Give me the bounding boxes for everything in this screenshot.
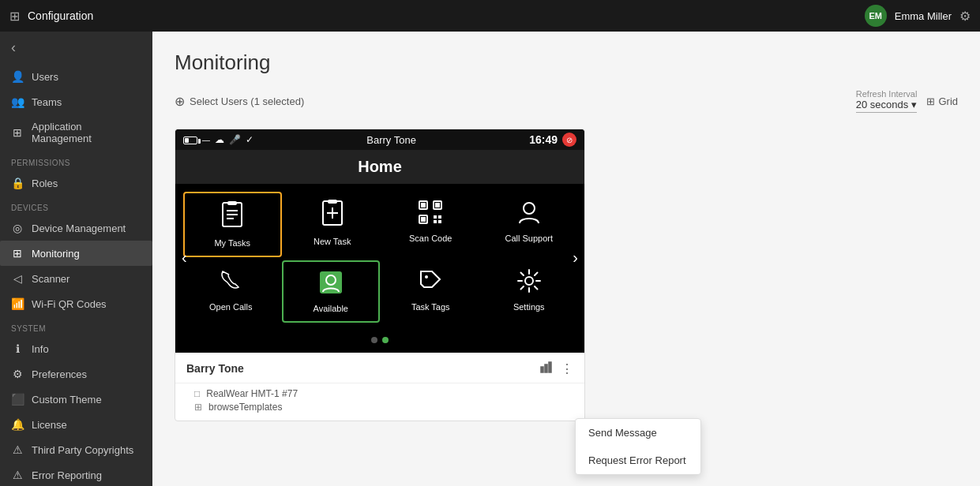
refresh-interval-dropdown[interactable]: 20 seconds ▾ [856,99,918,113]
status-indicator: ⊘ [562,133,576,147]
call-support-label: Call Support [505,234,553,243]
svg-rect-13 [435,203,440,207]
sidebar-item-application-management[interactable]: ⊞ Application Management [0,114,152,151]
apps-row-2: Open Calls Available [175,260,584,323]
topbar: ⊞ Configuration EM Emma Miller ⚙ [0,0,980,32]
new-task-icon [320,200,345,234]
content-area: Monitoring ⊕ Select Users (1 selected) R… [152,32,980,486]
my-tasks-icon [220,201,245,235]
app-new-task[interactable]: New Task [285,192,381,257]
top-controls: ⊕ Select Users (1 selected) Refresh Inte… [175,89,958,113]
available-icon [318,270,344,301]
sidebar-item-error-reporting[interactable]: ⚠ Error Reporting [0,462,152,486]
avatar: EM [865,5,887,27]
cloud-icon: ☁ [215,134,224,145]
third-party-icon: ⚠ [11,443,24,456]
app-call-support[interactable]: Call Support [482,192,577,257]
sidebar-item-third-party-copyrights[interactable]: ⚠ Third Party Copyrights [0,437,152,462]
device-id-icon: □ [194,388,200,399]
template-item: ⊞ browseTemplates [194,402,573,413]
refresh-interval-label-block: Refresh Interval 20 seconds ▾ [856,89,918,113]
device-info-row: Barry Tone ⋮ [175,353,584,383]
sidebar-item-license[interactable]: 🔔 License [0,412,152,437]
system-section-label: SYSTEM [0,316,152,336]
scan-code-icon [418,200,443,230]
task-tags-icon [418,268,443,299]
sidebar-item-info[interactable]: ℹ Info [0,336,152,361]
sidebar-item-scanner[interactable]: ◁ Scanner [0,266,152,291]
user-settings-icon[interactable]: ⚙ [959,9,971,24]
svg-rect-27 [549,362,551,372]
svg-rect-25 [541,367,543,372]
device-detail-row: □ RealWear HMT-1 #77 ⊞ browseTemplates [175,383,584,421]
grid-view-button[interactable]: ⊞ Grid [926,95,958,107]
add-circle-icon: ⊕ [175,94,185,109]
svg-rect-18 [434,220,437,223]
device-card: — ☁ 🎤 ✓ Barry Tone 16:49 ⊘ Home [175,129,585,421]
sidebar-item-label: Custom Theme [32,394,102,406]
sidebar-item-monitoring[interactable]: ⊞ Monitoring [0,241,152,266]
sidebar-item-users[interactable]: 👤 Users [0,64,152,89]
context-menu-request-error-report[interactable]: Request Error Report [576,447,700,474]
template-icon: ⊞ [194,402,202,413]
app-open-calls[interactable]: Open Calls [183,260,279,323]
device-status-bar: — ☁ 🎤 ✓ Barry Tone 16:49 ⊘ [175,129,584,150]
svg-point-23 [425,275,428,279]
sidebar-item-teams[interactable]: 👥 Teams [0,89,152,114]
svg-rect-17 [438,215,441,219]
sidebar-item-label: Info [32,343,49,355]
svg-rect-19 [438,220,441,223]
sidebar-item-label: Roles [32,178,58,189]
nav-right-arrow[interactable]: › [566,249,584,267]
template-label: browseTemplates [208,402,282,413]
sidebar-item-label: Preferences [32,368,87,380]
app-scan-code[interactable]: Scan Code [383,192,479,257]
monitoring-icon: ⊞ [11,247,24,260]
grid-label: Grid [938,95,958,107]
roles-icon: 🔒 [11,177,24,189]
sidebar-item-device-management[interactable]: ◎ Device Management [0,215,152,241]
sidebar-section-main: 👤 Users 👥 Teams ⊞ Application Management [0,64,152,151]
wifi-icon: 📶 [11,297,24,310]
sidebar: ‹ 👤 Users 👥 Teams ⊞ Application Manageme… [0,32,152,486]
svg-rect-16 [434,215,437,219]
sidebar-item-label: Teams [32,96,62,108]
app-mgmt-icon: ⊞ [11,126,24,139]
page-title: Monitoring [175,50,958,75]
dot-2[interactable] [382,337,389,343]
topbar-right: EM Emma Miller ⚙ [865,5,971,27]
app-settings[interactable]: Settings [482,260,577,323]
sidebar-back-button[interactable]: ‹ [0,32,152,64]
nav-left-arrow[interactable]: ‹ [175,249,193,267]
context-menu-send-message[interactable]: Send Message [576,419,700,447]
sidebar-item-roles[interactable]: 🔒 Roles [0,170,152,196]
device-id-item: □ RealWear HMT-1 #77 [194,388,573,399]
more-options-button[interactable]: ⋮ [561,361,573,376]
device-apps-grid: ‹ › [175,184,584,331]
sidebar-item-label: License [32,419,67,431]
chart-icon-button[interactable] [540,361,553,376]
sidebar-item-wifi-qr-codes[interactable]: 📶 Wi-Fi QR Codes [0,291,152,316]
app-my-tasks[interactable]: My Tasks [183,192,282,257]
device-time: 16:49 [529,133,558,146]
custom-theme-icon: ⬛ [11,393,24,406]
check-icon: ✓ [246,134,253,145]
status-icons: — ☁ 🎤 ✓ [183,134,253,145]
dot-1[interactable] [371,337,377,343]
device-card-username: Barry Tone [186,362,244,375]
sidebar-item-preferences[interactable]: ⚙ Preferences [0,361,152,387]
new-task-label: New Task [314,237,351,246]
available-label: Available [314,304,348,313]
sidebar-item-label: Application Management [32,121,141,144]
sidebar-item-custom-theme[interactable]: ⬛ Custom Theme [0,387,152,412]
app-available[interactable]: Available [282,260,381,323]
home-label: Home [358,158,402,175]
scanner-icon: ◁ [11,272,24,285]
sidebar-item-label: Scanner [32,273,69,285]
svg-rect-11 [421,203,426,207]
app-task-tags[interactable]: Task Tags [383,260,479,323]
open-calls-icon [218,268,243,299]
topbar-left: ⊞ Configuration [9,9,93,24]
sidebar-item-label: Monitoring [32,248,80,260]
select-users-button[interactable]: ⊕ Select Users (1 selected) [175,94,304,109]
